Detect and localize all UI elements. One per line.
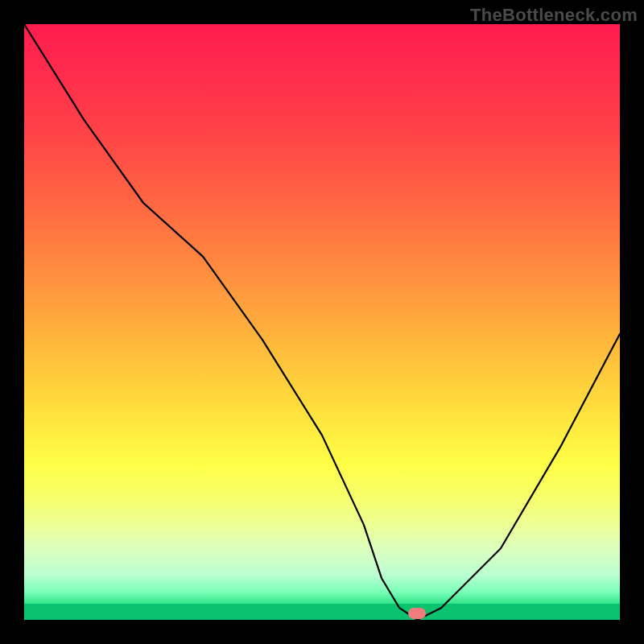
plot-area	[24, 24, 620, 620]
watermark-text: TheBottleneck.com	[470, 5, 638, 26]
chart-container: TheBottleneck.com	[0, 0, 644, 644]
bottleneck-curve	[24, 24, 620, 620]
optimal-point-marker	[408, 608, 426, 619]
